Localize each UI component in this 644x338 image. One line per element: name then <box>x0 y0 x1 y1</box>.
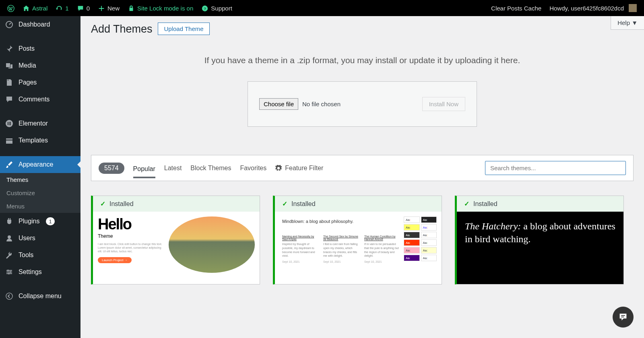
site-lock-label: Site Lock mode is on <box>137 5 193 12</box>
site-home-link[interactable]: Astral <box>19 0 52 16</box>
support-link[interactable]: ?Support <box>197 0 236 16</box>
howdy-text: Howdy, user6425fc8602dcd <box>549 5 624 12</box>
wordpress-logo[interactable] <box>3 0 19 16</box>
clear-cache-link[interactable]: Clear Posts Cache <box>487 0 545 16</box>
account-link[interactable]: Howdy, user6425fc8602dcd <box>545 0 641 16</box>
updates-link[interactable]: 1 <box>52 0 72 16</box>
svg-text:?: ? <box>204 6 206 10</box>
support-label: Support <box>211 5 232 12</box>
new-label: New <box>107 5 120 12</box>
updates-count: 1 <box>65 5 68 12</box>
site-name: Astral <box>32 5 47 12</box>
avatar <box>629 4 637 12</box>
admin-toolbar: Astral 1 0 New Site Lock mode is on ?Sup… <box>0 0 644 16</box>
comments-link[interactable]: 0 <box>73 0 94 16</box>
site-lock-link[interactable]: Site Lock mode is on <box>124 0 197 16</box>
new-content-link[interactable]: New <box>94 0 124 16</box>
comments-count: 0 <box>87 5 90 12</box>
